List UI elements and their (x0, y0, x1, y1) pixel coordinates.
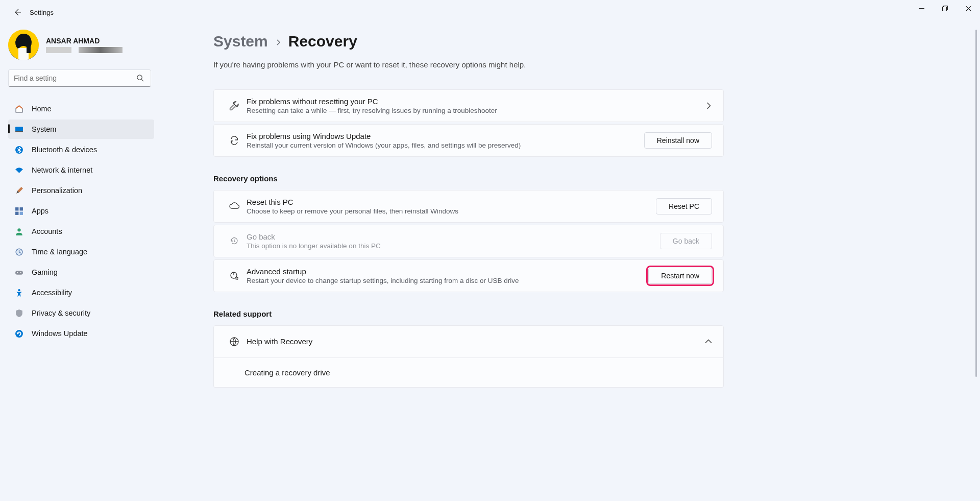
go-back-button: Go back (660, 233, 712, 249)
card-subtitle: Reinstall your current version of Window… (247, 141, 644, 149)
maximize-icon (942, 6, 948, 11)
nav-item-home[interactable]: Home (8, 99, 154, 118)
card-title: Help with Recovery (247, 337, 705, 346)
chevron-right-icon (275, 37, 281, 48)
svg-point-18 (15, 330, 23, 338)
arrow-left-icon (13, 8, 21, 16)
back-button[interactable] (7, 2, 28, 22)
user-subtext (46, 47, 122, 53)
nav-label: Privacy & security (32, 309, 90, 317)
card-fix-windows-update: Fix problems using Windows Update Reinst… (213, 124, 724, 157)
card-title: Fix problems without resetting your PC (247, 97, 705, 106)
card-help-recovery[interactable]: Help with Recovery (213, 325, 724, 358)
nav-label: Home (32, 105, 52, 113)
accessibility-icon (14, 288, 23, 297)
card-title: Advanced startup (247, 267, 648, 276)
search-box (8, 69, 154, 87)
chevron-up-icon (705, 338, 712, 345)
card-go-back: Go back This option is no longer availab… (213, 225, 724, 257)
close-button[interactable] (957, 0, 980, 16)
nav-label: Personalization (32, 186, 82, 195)
nav-item-accessibility[interactable]: Accessibility (8, 283, 154, 302)
history-icon (225, 236, 243, 246)
scrollbar[interactable] (975, 30, 977, 377)
nav-label: Accessibility (32, 289, 72, 297)
breadcrumb-parent[interactable]: System (213, 33, 268, 50)
minimize-icon (919, 6, 924, 11)
svg-rect-0 (942, 7, 946, 11)
nav-list: Home System Bluetooth & devices Network … (8, 99, 154, 344)
page-title: Recovery (288, 33, 357, 50)
nav-label: Accounts (32, 227, 62, 235)
avatar (8, 30, 39, 60)
nav-item-bluetooth[interactable]: Bluetooth & devices (8, 140, 154, 159)
minimize-button[interactable] (910, 0, 933, 16)
card-subtitle: Choose to keep or remove your personal f… (247, 207, 656, 215)
nav-item-windows-update[interactable]: Windows Update (8, 324, 154, 343)
paintbrush-icon (14, 186, 23, 195)
section-title: Recovery options (213, 174, 724, 183)
person-icon (14, 227, 23, 236)
top-card-group: Fix problems without resetting your PC R… (213, 89, 724, 157)
main-content: System Recovery If you're having problem… (158, 25, 980, 501)
nav-item-privacy[interactable]: Privacy & security (8, 303, 154, 323)
svg-point-15 (17, 272, 18, 273)
wrench-icon (225, 101, 243, 111)
svg-point-12 (17, 228, 20, 231)
reset-pc-button[interactable]: Reset PC (656, 198, 712, 214)
gamepad-icon (14, 268, 23, 277)
svg-point-17 (18, 289, 20, 291)
search-input[interactable] (8, 69, 151, 87)
nav-label: Apps (32, 207, 48, 215)
globe-help-icon (225, 337, 243, 347)
subitem-create-recovery-drive[interactable]: Creating a recovery drive (213, 358, 724, 388)
card-subtitle: Resetting can take a while — first, try … (247, 107, 705, 114)
breadcrumb: System Recovery (213, 33, 724, 50)
nav-item-personalization[interactable]: Personalization (8, 181, 154, 200)
apps-icon (14, 206, 23, 216)
close-icon (966, 6, 971, 11)
card-title: Go back (247, 232, 660, 241)
restart-now-button[interactable]: Restart now (648, 268, 712, 284)
home-icon (14, 104, 23, 113)
svg-rect-6 (15, 131, 23, 132)
nav-item-gaming[interactable]: Gaming (8, 263, 154, 282)
update-icon (14, 329, 23, 338)
card-subtitle: Restart your device to change startup se… (247, 277, 648, 284)
system-icon (14, 125, 23, 134)
user-name: ANSAR AHMAD (46, 37, 122, 45)
nav-item-system[interactable]: System (8, 120, 154, 139)
nav-label: Time & language (32, 248, 87, 256)
nav-item-apps[interactable]: Apps (8, 201, 154, 221)
user-block[interactable]: ANSAR AHMAD (8, 28, 154, 69)
titlebar: Settings (0, 0, 980, 25)
svg-rect-5 (15, 127, 23, 132)
clock-globe-icon (14, 247, 23, 256)
cloud-reset-icon (225, 201, 243, 212)
nav-label: Network & internet (32, 166, 92, 174)
maximize-button[interactable] (933, 0, 957, 16)
svg-rect-8 (15, 207, 18, 210)
search-icon (136, 74, 144, 84)
nav-item-network[interactable]: Network & internet (8, 160, 154, 180)
card-title: Reset this PC (247, 198, 656, 206)
shield-icon (14, 308, 23, 318)
wifi-icon (14, 165, 23, 175)
related-support-group: Related support Help with Recovery Creat… (213, 309, 724, 388)
section-title: Related support (213, 309, 724, 318)
nav-label: System (32, 125, 56, 133)
reinstall-now-button[interactable]: Reinstall now (644, 132, 712, 149)
card-advanced-startup: Advanced startup Restart your device to … (213, 259, 724, 292)
svg-point-16 (20, 272, 21, 273)
window-title: Settings (30, 9, 54, 16)
bluetooth-icon (14, 145, 23, 154)
svg-point-4 (137, 75, 142, 80)
card-reset-pc: Reset this PC Choose to keep or remove y… (213, 190, 724, 223)
svg-rect-3 (27, 46, 31, 53)
svg-rect-9 (19, 207, 22, 210)
card-fix-without-reset[interactable]: Fix problems without resetting your PC R… (213, 89, 724, 122)
power-gear-icon (225, 271, 243, 281)
nav-item-time-language[interactable]: Time & language (8, 242, 154, 261)
nav-item-accounts[interactable]: Accounts (8, 222, 154, 241)
refresh-icon (225, 135, 243, 146)
